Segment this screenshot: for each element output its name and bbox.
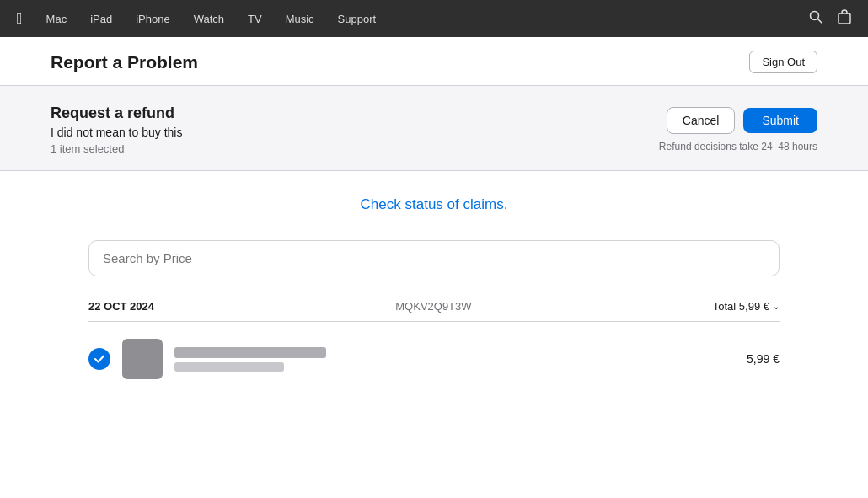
nav-link-ipad[interactable]: iPad [90, 13, 112, 25]
bag-icon[interactable] [838, 9, 851, 28]
item-checkbox[interactable] [88, 348, 110, 370]
check-status-link[interactable]: Check status of claims. [88, 196, 780, 213]
order-total[interactable]: Total 5,99 € ⌄ [713, 300, 780, 313]
refund-banner: Request a refund I did not mean to buy t… [0, 86, 868, 171]
nav-left:  Mac iPad iPhone Watch TV Music Support [17, 10, 376, 28]
item-price: 5,99 € [747, 352, 780, 366]
order-id: MQKV2Q9T3W [395, 300, 471, 313]
action-buttons: Cancel Submit [667, 107, 817, 134]
item-thumbnail [122, 339, 163, 379]
nav-right [809, 9, 851, 28]
nav-link-iphone[interactable]: iPhone [136, 13, 169, 25]
refund-note: Refund decisions take 24–48 hours [659, 141, 817, 153]
nav-link-support[interactable]: Support [338, 13, 377, 25]
search-icon[interactable] [809, 10, 822, 27]
refund-info: Request a refund I did not mean to buy t… [51, 104, 182, 155]
cancel-button[interactable]: Cancel [667, 107, 736, 134]
refund-selected: 1 item selected [51, 142, 182, 155]
check-status-dot: . [504, 196, 508, 212]
order-total-label: Total 5,99 € [713, 300, 769, 313]
main-content: Check status of claims. 22 OCT 2024 MQKV… [72, 171, 796, 401]
submit-button[interactable]: Submit [743, 108, 817, 133]
order-section: 22 OCT 2024 MQKV2Q9T3W Total 5,99 € ⌄ [88, 300, 780, 384]
refund-reason: I did not mean to buy this [51, 126, 182, 139]
item-subtitle-placeholder [174, 362, 284, 372]
page-header: Report a Problem Sign Out [0, 37, 868, 86]
item-info [174, 347, 326, 372]
order-header: 22 OCT 2024 MQKV2Q9T3W Total 5,99 € ⌄ [88, 300, 780, 322]
check-status-label: Check status of claims [361, 196, 504, 212]
sign-out-button[interactable]: Sign Out [749, 51, 817, 73]
nav-link-mac[interactable]: Mac [46, 13, 67, 25]
search-input[interactable] [88, 240, 780, 276]
refund-title: Request a refund [51, 104, 182, 122]
item-row: 5,99 € [88, 334, 780, 384]
apple-logo-icon[interactable]:  [17, 10, 23, 28]
order-date: 22 OCT 2024 [88, 300, 154, 313]
nav-link-music[interactable]: Music [286, 13, 314, 25]
item-title-placeholder [174, 347, 326, 358]
item-left [88, 339, 326, 379]
nav-link-tv[interactable]: TV [248, 13, 262, 25]
nav-link-watch[interactable]: Watch [194, 13, 224, 25]
refund-actions: Cancel Submit Refund decisions take 24–4… [659, 107, 817, 153]
svg-line-1 [818, 19, 822, 24]
page-title: Report a Problem [51, 52, 198, 72]
svg-rect-2 [839, 13, 850, 24]
nav-bar:  Mac iPad iPhone Watch TV Music Support [0, 0, 868, 37]
chevron-down-icon: ⌄ [773, 302, 780, 311]
